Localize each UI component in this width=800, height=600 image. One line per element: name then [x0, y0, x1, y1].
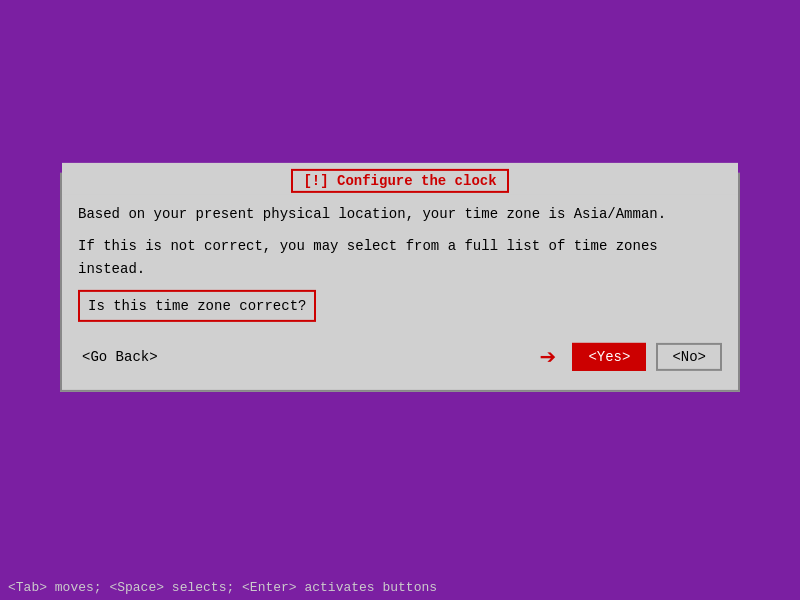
dialog-title-bar: [!] Configure the clock — [62, 163, 738, 195]
status-bar-text: <Tab> moves; <Space> selects; <Enter> ac… — [8, 580, 437, 595]
arrow-container: ➔ — [540, 340, 557, 374]
yes-button[interactable]: <Yes> — [572, 343, 646, 371]
dialog-buttons: <Go Back> ➔ <Yes> <No> — [78, 340, 722, 374]
dialog-line2: If this is not correct, you may select f… — [78, 235, 722, 280]
dialog-line1: Based on your present physical location,… — [78, 203, 722, 225]
status-bar: <Tab> moves; <Space> selects; <Enter> ac… — [0, 574, 800, 600]
dialog: [!] Configure the clock Based on your pr… — [60, 173, 740, 392]
question-box: Is this time zone correct? — [78, 290, 316, 322]
dialog-body: Based on your present physical location,… — [62, 199, 738, 390]
button-group: ➔ <Yes> <No> — [540, 340, 722, 374]
no-button[interactable]: <No> — [656, 343, 722, 371]
question-text: Is this time zone correct? — [88, 298, 306, 314]
arrow-icon: ➔ — [540, 340, 557, 374]
go-back-button[interactable]: <Go Back> — [78, 347, 162, 367]
dialog-title: [!] Configure the clock — [291, 169, 508, 193]
